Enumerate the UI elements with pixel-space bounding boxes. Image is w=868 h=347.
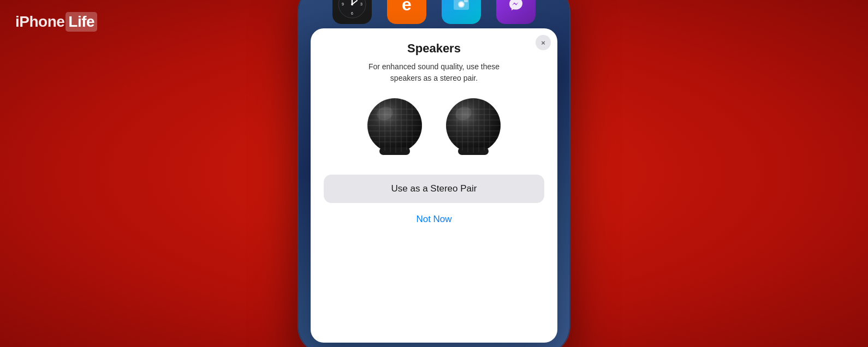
speakers-illustration	[363, 93, 505, 164]
messenger-icon-svg	[505, 0, 527, 15]
app-icon-etsy[interactable]: e 1	[387, 0, 426, 24]
svg-text:9: 9	[342, 2, 344, 6]
svg-text:6: 6	[351, 11, 353, 15]
side-button-power	[569, 86, 570, 129]
clock-icon-bg: 12 3 9 6	[332, 0, 372, 24]
logo-life-box: Life	[66, 12, 97, 32]
use-stereo-pair-button[interactable]: Use as a Stereo Pair	[324, 175, 544, 203]
svg-point-7	[351, 3, 353, 5]
photo-icon-bg	[442, 0, 481, 24]
speaker-left-svg	[363, 93, 429, 164]
phone-frame: 12 3 9 6	[298, 0, 570, 347]
phone-screen: 12 3 9 6	[299, 0, 569, 347]
clock-face-svg: 12 3 9 6	[337, 0, 367, 19]
app-icon-clock[interactable]: 12 3 9 6	[332, 0, 372, 24]
dialog-title: Speakers	[407, 41, 461, 56]
svg-point-10	[459, 2, 463, 7]
phone-container: 12 3 9 6	[287, 0, 581, 347]
photo-icon-svg	[451, 0, 471, 14]
app-icon-messenger[interactable]: 15	[496, 0, 536, 24]
etsy-icon-bg: e	[387, 0, 426, 24]
speaker-left	[363, 93, 429, 164]
app-icon-photo[interactable]	[442, 0, 481, 24]
messenger-icon-bg	[496, 0, 536, 24]
svg-text:3: 3	[360, 2, 362, 6]
logo-iphone-text: iPhone	[15, 13, 64, 31]
logo-life-text: Life	[68, 13, 94, 30]
svg-rect-11	[464, 0, 468, 2]
dialog-description: For enhanced sound quality, use these sp…	[352, 61, 516, 84]
speaker-right-svg	[439, 93, 505, 164]
speaker-right	[439, 93, 505, 164]
speakers-dialog: × Speakers For enhanced sound quality, u…	[311, 28, 557, 343]
svg-rect-16	[379, 147, 410, 155]
iphonelife-logo: iPhone Life	[15, 12, 97, 32]
dialog-close-button[interactable]: ×	[536, 35, 551, 50]
not-now-button[interactable]: Not Now	[412, 210, 456, 229]
